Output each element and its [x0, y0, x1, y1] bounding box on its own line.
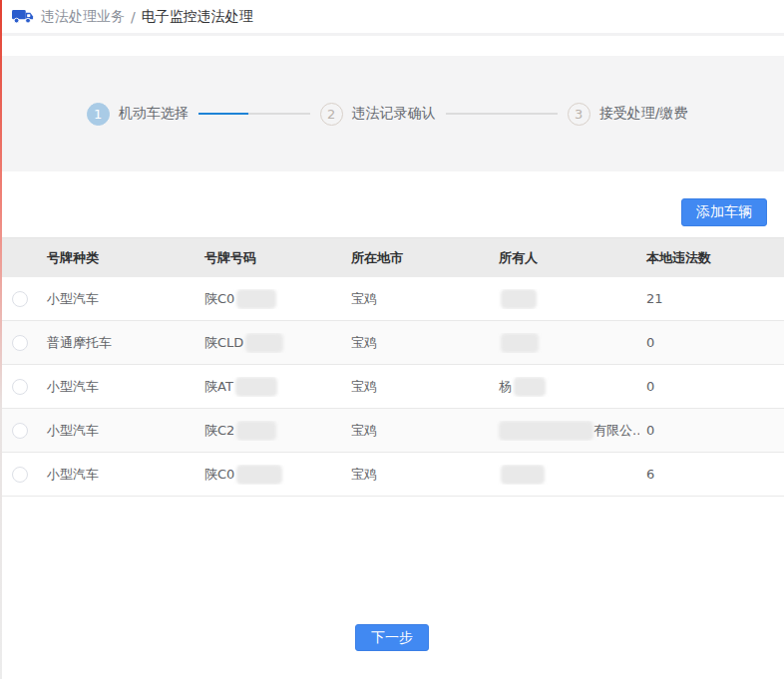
- cell-violations: 0: [639, 335, 784, 350]
- spacer: [0, 36, 784, 56]
- cell-city: 宝鸡: [344, 466, 492, 484]
- column-header-plate-number: 号牌号码: [197, 249, 344, 267]
- add-vehicle-button[interactable]: 添加车辆: [681, 198, 767, 226]
- stepper: 1 机动车选择 2 违法记录确认 3 接受处理/缴费: [87, 103, 698, 126]
- vehicle-radio[interactable]: [12, 335, 28, 351]
- column-header-violations: 本地违法数: [639, 249, 784, 267]
- redacted-text: [235, 377, 277, 397]
- cell-owner: [492, 465, 639, 485]
- redacted-text: [501, 289, 537, 309]
- cell-plate-type: 小型汽车: [40, 422, 197, 440]
- breadcrumb-current-page: 电子监控违法处理: [142, 8, 253, 26]
- cell-plate-type: 小型汽车: [40, 378, 197, 396]
- cell-plate-number: 陕C2: [197, 421, 344, 441]
- vehicle-radio[interactable]: [12, 423, 28, 439]
- cell-plate-type: 普通摩托车: [40, 334, 197, 352]
- table-row[interactable]: 小型汽车 陕C0 宝鸡 21: [0, 277, 784, 321]
- breadcrumb: 违法处理业务 / 电子监控违法处理: [0, 0, 784, 36]
- step-3-label: 接受处理/缴费: [599, 105, 688, 123]
- breadcrumb-section[interactable]: 违法处理业务: [41, 8, 125, 26]
- redacted-text: [236, 421, 276, 441]
- table-row[interactable]: 小型汽车 陕C2 宝鸡 有限公... 0: [0, 409, 784, 453]
- redacted-text: [514, 377, 546, 397]
- left-edge-accent: [0, 0, 2, 679]
- cell-owner: [492, 289, 639, 309]
- cell-owner: [492, 333, 639, 353]
- vehicle-table: 号牌种类 号牌号码 所在地市 所有人 本地违法数 小型汽车 陕C0 宝鸡 21 …: [0, 237, 784, 497]
- step-2-circle: 2: [320, 103, 343, 126]
- step-1-circle: 1: [87, 103, 110, 126]
- cell-plate-number: 陕C0: [197, 465, 344, 485]
- cell-city: 宝鸡: [344, 334, 492, 352]
- redacted-text: [245, 333, 283, 353]
- cell-violations: 6: [639, 467, 784, 482]
- cell-plate-number: 陕AT: [197, 377, 344, 397]
- table-header-row: 号牌种类 号牌号码 所在地市 所有人 本地违法数: [0, 237, 784, 277]
- redacted-text: [236, 289, 276, 309]
- cell-city: 宝鸡: [344, 422, 492, 440]
- step-1-label: 机动车选择: [119, 105, 189, 123]
- step-connector-1: [198, 113, 310, 115]
- cell-plate-type: 小型汽车: [40, 290, 197, 308]
- step-connector-2: [446, 113, 558, 115]
- cell-violations: 0: [639, 423, 784, 438]
- cell-plate-type: 小型汽车: [40, 466, 197, 484]
- page: 违法处理业务 / 电子监控违法处理 1 机动车选择 2 违法记录确认 3 接受处…: [0, 0, 784, 679]
- column-header-plate-type: 号牌种类: [40, 249, 197, 267]
- cell-city: 宝鸡: [344, 378, 492, 396]
- cell-violations: 21: [639, 291, 784, 306]
- cell-city: 宝鸡: [344, 290, 492, 308]
- table-row[interactable]: 普通摩托车 陕CLD 宝鸡 0: [0, 321, 784, 365]
- breadcrumb-separator: /: [131, 9, 136, 25]
- table-row[interactable]: 小型汽车 陕AT 宝鸡 杨 0: [0, 365, 784, 409]
- stepper-panel: 1 机动车选择 2 违法记录确认 3 接受处理/缴费: [0, 56, 784, 171]
- vehicle-radio[interactable]: [12, 467, 28, 483]
- redacted-text: [499, 421, 593, 441]
- next-step-button[interactable]: 下一步: [355, 624, 429, 651]
- cell-owner: 杨: [492, 377, 639, 397]
- cell-owner: 有限公...: [492, 421, 639, 441]
- column-header-owner: 所有人: [492, 249, 639, 267]
- column-header-city: 所在地市: [344, 249, 492, 267]
- cell-plate-number: 陕CLD: [197, 333, 344, 353]
- cell-plate-number: 陕C0: [197, 289, 344, 309]
- redacted-text: [236, 465, 282, 485]
- redacted-text: [501, 465, 545, 485]
- vehicle-radio[interactable]: [12, 379, 28, 395]
- footer: 下一步: [0, 497, 784, 651]
- vehicle-radio[interactable]: [12, 291, 28, 307]
- table-row[interactable]: 小型汽车 陕C0 宝鸡 6: [0, 453, 784, 497]
- step-2-label: 违法记录确认: [352, 105, 436, 123]
- redacted-text: [501, 333, 539, 353]
- step-3-circle: 3: [568, 103, 590, 126]
- cell-violations: 0: [639, 379, 784, 394]
- truck-icon: [12, 8, 34, 25]
- toolbar: 添加车辆: [0, 171, 784, 237]
